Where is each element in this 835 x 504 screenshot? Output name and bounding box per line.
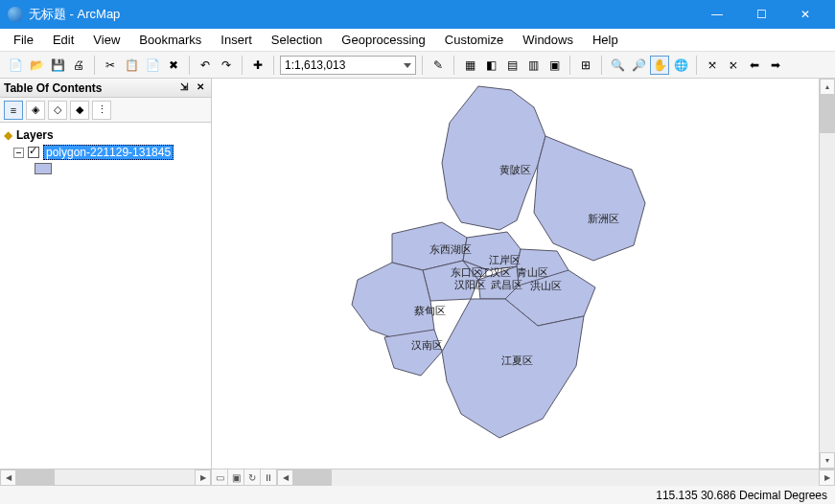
map-label: 江汉区 [479,266,511,278]
delete-icon[interactable]: ✖ [164,56,183,75]
toc-header: Table Of Contents ⇲ ✕ [0,79,211,98]
layers-root[interactable]: ◆ Layers [4,126,207,144]
map-wrap: 黄陂区新洲区东西湖区江岸区东口区江汉区青山区汉阳区武昌区洪山区蔡甸区汉南区江夏区… [212,79,835,485]
scale-combo[interactable]: 1:1,613,013 [280,56,416,75]
map-label: 洪山区 [530,280,562,291]
fixed-zoom-in-icon[interactable]: ⤧ [703,56,722,75]
map-label: 青山区 [517,266,548,278]
toc-tree: ◆ Layers polygon-221129-131845 [0,123,211,469]
region-xinzhou [534,136,645,261]
titlebar: 无标题 - ArcMap — ☐ ✕ [0,0,835,29]
model-icon[interactable]: ⊞ [576,56,595,75]
menu-selection[interactable]: Selection [262,30,332,50]
print-icon[interactable]: 🖨 [69,56,88,75]
toolbar: 📄 📂 💾 🖨 ✂ 📋 📄 ✖ ↶ ↷ ✚ 1:1,613,013 ✎ ▦ ◧ … [0,52,835,79]
layer-name: polygon-221129-131845 [43,145,174,160]
map-scrollbar-horizontal[interactable]: ◀ ▶ [277,470,835,486]
region-hannan [384,330,442,376]
map-label: 江岸区 [489,254,521,265]
layer-symbol-swatch[interactable] [35,163,52,174]
cut-icon[interactable]: ✂ [101,56,120,75]
copy-icon[interactable]: 📋 [122,56,141,75]
pan-icon[interactable]: ✋ [650,56,669,75]
full-extent-icon[interactable]: 🌐 [671,56,690,75]
undo-icon[interactable]: ↶ [196,56,215,75]
region-caidian [352,263,434,342]
toc-title: Table Of Contents [4,81,102,95]
layout-view-button[interactable]: ▣ [228,470,244,486]
list-by-source-tab[interactable]: ◈ [26,101,45,120]
refresh-button[interactable]: ↻ [244,470,261,486]
toc-close-icon[interactable]: ✕ [194,81,207,95]
zoom-out-icon[interactable]: 🔎 [629,56,648,75]
map-label: 汉南区 [411,339,443,351]
redo-icon[interactable]: ↷ [217,56,236,75]
map-canvas[interactable]: 黄陂区新洲区东西湖区江岸区东口区江汉区青山区汉阳区武昌区洪山区蔡甸区汉南区江夏区… [212,79,835,469]
menu-bookmarks[interactable]: Bookmarks [129,30,211,50]
map-label: 东口区 [451,266,482,278]
layer-checkbox[interactable] [28,147,39,158]
paste-icon[interactable]: 📄 [143,56,162,75]
open-icon[interactable]: 📂 [27,56,46,75]
map-label: 蔡甸区 [414,305,446,316]
menu-geoprocessing[interactable]: Geoprocessing [332,30,434,50]
map-label: 武昌区 [491,279,522,290]
region-huangpi [442,86,545,230]
options-tab[interactable]: ⋮ [92,101,111,120]
map-scrollbar-vertical[interactable]: ▴ ▾ [819,79,835,469]
menu-file[interactable]: File [4,30,43,50]
statusbar: 115.135 30.686 Decimal Degrees [0,485,835,504]
map-label: 江夏区 [501,355,533,366]
toc-tabs: ≡ ◈ ◇ ◆ ⋮ [0,98,211,123]
menu-windows[interactable]: Windows [513,30,583,50]
map-svg: 黄陂区新洲区东西湖区江岸区东口区江汉区青山区汉阳区武昌区洪山区蔡甸区汉南区江夏区 [212,79,816,462]
map-label: 东西湖区 [429,243,472,255]
table-icon[interactable]: ▦ [460,56,479,75]
menubar: File Edit View Bookmarks Insert Selectio… [0,29,835,52]
new-icon[interactable]: 📄 [6,56,25,75]
map-footer: ▭ ▣ ↻ ⏸ ◀ ▶ [212,469,835,485]
zoom-in-icon[interactable]: 🔍 [608,56,627,75]
pin-icon[interactable]: ⇲ [177,81,191,95]
cursor-coords: 115.135 30.686 Decimal Degrees [656,489,827,502]
window-title: 无标题 - ArcMap [29,6,695,23]
map-label: 新洲区 [588,213,619,224]
window-icon[interactable]: ◧ [481,56,500,75]
editor-icon[interactable]: ✎ [429,56,448,75]
menu-help[interactable]: Help [583,30,628,50]
forward-icon[interactable]: ➡ [766,56,785,75]
list-by-selection-tab[interactable]: ◆ [70,101,89,120]
table-of-contents-panel: Table Of Contents ⇲ ✕ ≡ ◈ ◇ ◆ ⋮ ◆ Layers… [0,79,212,485]
catalog-icon[interactable]: ▤ [502,56,522,75]
menu-insert[interactable]: Insert [211,30,262,50]
python-icon[interactable]: ▣ [545,56,564,75]
close-button[interactable]: ✕ [783,0,827,29]
toc-scrollbar[interactable]: ◀ ▶ [0,469,211,485]
map-label: 汉阳区 [454,279,486,290]
app-icon [8,7,23,22]
scale-value: 1:1,613,013 [285,58,345,72]
pause-button[interactable]: ⏸ [261,470,277,486]
maximize-button[interactable]: ☐ [739,0,783,29]
search-icon[interactable]: ▥ [523,56,543,75]
fixed-zoom-out-icon[interactable]: ⤪ [724,56,743,75]
minimize-button[interactable]: — [695,0,739,29]
save-icon[interactable]: 💾 [48,56,67,75]
list-by-drawing-order-tab[interactable]: ≡ [4,101,23,120]
menu-customize[interactable]: Customize [435,30,513,50]
menu-edit[interactable]: Edit [43,30,83,50]
data-view-button[interactable]: ▭ [212,470,228,486]
menu-view[interactable]: View [83,30,129,50]
back-icon[interactable]: ⬅ [745,56,764,75]
add-data-icon[interactable]: ✚ [248,56,267,75]
list-by-visibility-tab[interactable]: ◇ [48,101,67,120]
layer-row[interactable]: polygon-221129-131845 [13,144,207,161]
map-label: 黄陂区 [499,164,531,175]
layers-label: Layers [16,128,54,142]
expander-icon[interactable] [13,148,24,158]
